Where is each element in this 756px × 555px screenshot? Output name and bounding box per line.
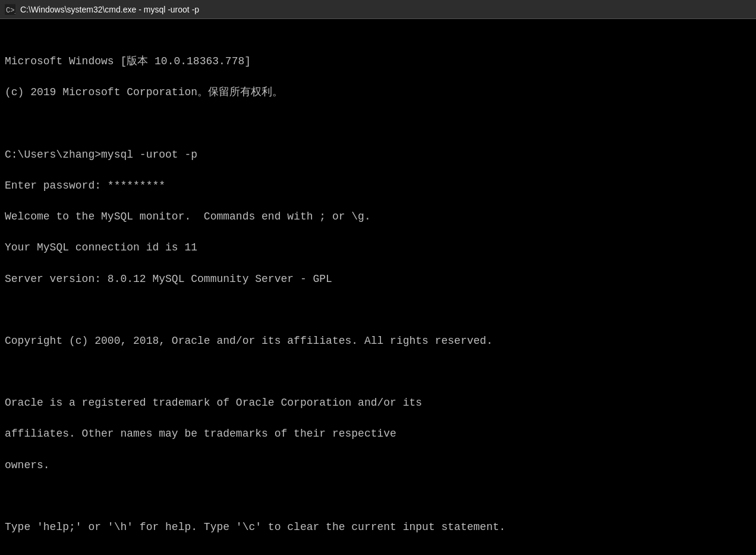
terminal-line: Server version: 8.0.12 MySQL Community S… [5, 271, 751, 287]
window: C>_ C:\Windows\system32\cmd.exe - mysql … [0, 0, 756, 555]
svg-text:C>_: C>_ [6, 7, 15, 15]
terminal-line [5, 116, 751, 131]
cmd-icon: C>_ [5, 4, 15, 15]
terminal-line [5, 488, 751, 504]
terminal-line: Enter password: ********* [5, 178, 751, 193]
window-title: C:\Windows\system32\cmd.exe - mysql -uro… [20, 5, 751, 14]
terminal-line: Oracle is a registered trademark of Orac… [5, 395, 751, 410]
title-bar: C>_ C:\Windows\system32\cmd.exe - mysql … [0, 0, 756, 19]
terminal-line: Microsoft Windows [版本 10.0.18363.778] [5, 54, 751, 69]
terminal-line: affiliates. Other names may be trademark… [5, 426, 751, 441]
terminal-line [5, 364, 751, 380]
terminal-line [5, 302, 751, 318]
terminal-line: Copyright (c) 2000, 2018, Oracle and/or … [5, 333, 751, 349]
terminal-line: Your MySQL connection id is 11 [5, 240, 751, 255]
terminal-line [5, 550, 751, 555]
terminal-line: C:\Users\zhang>mysql -uroot -p [5, 147, 751, 162]
terminal-line: Type 'help;' or '\h' for help. Type '\c'… [5, 519, 751, 535]
terminal-line: owners. [5, 457, 751, 473]
terminal-line: (c) 2019 Microsoft Corporation。保留所有权利。 [5, 84, 751, 100]
terminal-line: Welcome to the MySQL monitor. Commands e… [5, 209, 751, 224]
terminal-body[interactable]: Microsoft Windows [版本 10.0.18363.778] (c… [0, 19, 756, 555]
